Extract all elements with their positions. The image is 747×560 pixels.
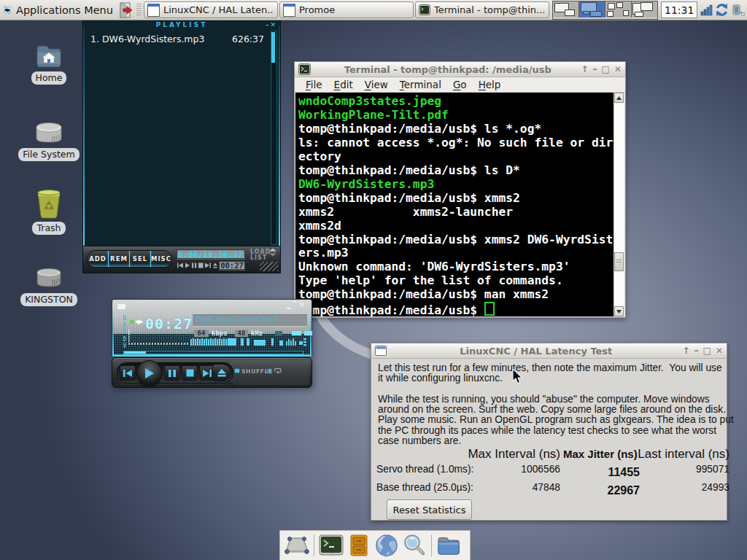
previous-icon [123,369,133,378]
pause-icon[interactable] [192,263,196,268]
shade-button[interactable]: ↑ [581,65,589,74]
show-desktop-button[interactable] [283,532,311,559]
eject-button[interactable] [212,364,231,381]
desktop-icon-kingston[interactable]: KINGSTON [14,265,84,306]
workspace-1[interactable] [553,1,579,18]
playlist-rem-button[interactable]: REM [108,251,129,267]
play-icon[interactable] [185,263,190,268]
reset-statistics-button[interactable]: Reset Statistics [387,499,472,520]
playlist-time-display: 0:00/10:26:37 [177,249,245,259]
pause-button[interactable] [164,365,180,381]
minimize-button[interactable]: – [694,346,699,355]
file-cabinet-icon [349,534,368,556]
latency-titlebar[interactable]: LinuxCNC / HAL Latency Test ↑ – □ ✕ [371,343,727,359]
repeat-icon[interactable] [273,366,282,375]
workspace-4[interactable] [632,1,657,18]
playlist-resize-grip[interactable] [260,262,279,271]
playlist-bottom-bar: ADD REM SEL MISC 0:00/10:26:37 00:27 LOA… [83,246,280,273]
player-window-buttons[interactable]: ‗‾✕ [287,300,307,308]
playlist-title: PLAYLIST [83,21,280,28]
terminal-screen[interactable]: wndoComp3states.jpeg WorkingPlane-Tilt.p… [295,93,624,316]
taskbar-button-linuxcnc[interactable]: LinuxCNC / HAL Laten... [144,1,278,18]
scroll-up-button[interactable] [614,93,624,103]
minimize-button[interactable]: – [593,65,597,74]
menu-view[interactable]: View [359,79,394,90]
latency-test-window[interactable]: LinuxCNC / HAL Latency Test ↑ – □ ✕ Let … [371,343,727,521]
mouse-cursor [512,369,526,385]
taskbar-button-terminal[interactable]: Terminal - tomp@thin... [415,1,549,18]
player-progress-bar[interactable] [123,351,303,354]
scroll-down-button[interactable] [614,306,624,316]
playlist-shade-close-buttons[interactable]: –✕ [266,21,277,28]
promoe-player-window[interactable]: ‗‾✕ O A I D V 00:27 DW6-WyrdSisters.mp3 … [112,299,312,388]
logout-icon [117,2,133,18]
next-icon[interactable] [205,263,211,268]
resize-arrows-icon[interactable] [268,248,277,257]
desktop-icon-trash[interactable]: Trash [14,188,84,235]
load-list-button[interactable]: LOAD LIST [250,249,271,261]
close-button[interactable]: ✕ [716,346,723,355]
bottom-dock-panel [279,530,471,560]
taskbar-button-promoe[interactable]: Promoe [279,1,414,18]
dock-browser-launcher[interactable] [373,532,400,559]
row-label-base-thread: Base thread (25.0µs): [376,482,473,493]
maximize-button[interactable]: □ [602,65,610,74]
stop-icon[interactable] [198,263,204,268]
maximize-button[interactable]: □ [703,346,711,355]
playlist-misc-button[interactable]: MISC [150,251,171,267]
menu-edit[interactable]: Edit [328,79,359,90]
desktop-icon-filesystem[interactable]: File System [14,119,84,161]
applications-menu-button[interactable]: Applications Menu [0,0,113,20]
playlist-track-row[interactable]: 1. DW6-WyrdSisters.mp3 626:37 [86,29,270,44]
desktop-icon-label: Home [31,71,67,85]
stop-button[interactable] [182,365,198,381]
playlist-add-button[interactable]: ADD [88,251,108,267]
dock-terminal-launcher[interactable] [317,532,345,559]
sync-arrows-icon[interactable] [715,3,729,17]
previous-button[interactable] [120,365,136,381]
home-folder-icon [36,44,62,69]
menu-go[interactable]: Go [447,79,473,90]
dock-folder-launcher[interactable] [435,532,462,559]
workspace-2-active[interactable] [579,1,605,18]
playlist-transport-controls[interactable] [177,262,217,269]
menu-file[interactable]: File [300,79,328,90]
terminal-scrollbar[interactable] [614,93,624,316]
terminal-titlebar[interactable]: Terminal - tomp@thinkpad: /media/usb ↑ –… [295,62,625,77]
player-track-title[interactable]: DW6-WyrdSisters.mp3 [193,315,307,326]
playlist-sel-button[interactable]: SEL [129,251,150,267]
clock[interactable]: 11:31 [661,1,697,18]
power-plug-icon[interactable] [731,4,745,17]
logout-button[interactable] [116,1,134,19]
close-button[interactable]: ✕ [614,65,622,74]
playlist-scrollbar[interactable] [271,31,277,245]
workspace-3[interactable] [605,1,632,18]
spectrum-visualizer [120,329,306,351]
network-signal-icon[interactable] [700,4,713,16]
terminal-menubar: File Edit View Terminal Go Help [295,77,625,93]
terminal-window[interactable]: Terminal - tomp@thinkpad: /media/usb ↑ –… [294,61,626,318]
menu-terminal[interactable]: Terminal [394,79,447,90]
playlist-window[interactable]: PLAYLIST –✕ 1. DW6-WyrdSisters.mp3 626:3… [82,20,281,273]
playlist-titlebar[interactable]: PLAYLIST –✕ [83,20,280,29]
previous-icon[interactable] [177,263,183,268]
terminal-icon [419,4,430,15]
eject-icon[interactable] [213,263,217,268]
workspace-pager[interactable] [552,1,658,20]
column-header-max-interval: Max Interval (ns) [445,447,560,462]
shade-button[interactable]: ↑ [683,346,690,355]
desktop-icon-home[interactable]: Home [14,44,84,85]
dock-search-launcher[interactable] [400,532,428,559]
play-button[interactable] [136,360,162,386]
dock-filemanager-launcher[interactable] [345,532,373,559]
latency-window-icon [375,346,387,356]
window-icon [283,4,295,17]
latency-instructions-2: While the test is running, you should "a… [378,394,723,446]
playlist-track-list[interactable]: 1. DW6-WyrdSisters.mp3 626:37 [86,29,270,246]
terminal-output: wndoComp3states.jpeg WorkingPlane-Tilt.p… [295,93,614,316]
playlist-scrollbar-thumb[interactable] [271,32,275,63]
globe-icon [375,534,398,557]
scrollbar-thumb[interactable] [614,252,624,271]
menu-help[interactable]: Help [473,79,507,90]
player-menu-button[interactable] [117,304,125,309]
